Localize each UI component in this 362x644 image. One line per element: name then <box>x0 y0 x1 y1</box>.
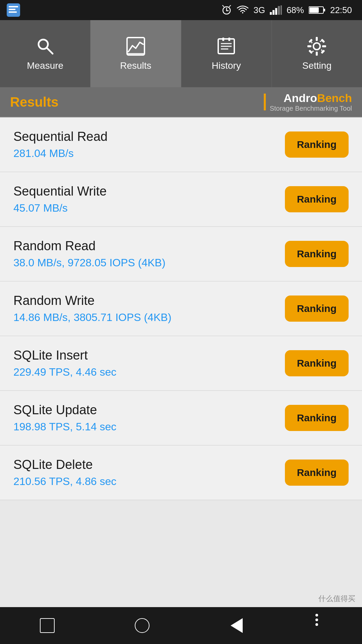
svg-rect-2 <box>9 9 15 10</box>
watermark: 什么值得买 <box>318 594 355 604</box>
bottom-nav <box>0 607 362 644</box>
svg-line-8 <box>229 5 231 7</box>
tab-measure-label: Measure <box>27 60 63 71</box>
brand-bar-decoration <box>264 94 266 110</box>
brand-bench: Bench <box>317 92 352 104</box>
nav-home-btn[interactable] <box>129 612 156 639</box>
svg-line-18 <box>47 48 53 54</box>
result-sqlite-update-name: SQLite Update <box>13 403 116 417</box>
result-sqlite-insert-value: 229.49 TPS, 4.46 sec <box>13 366 116 378</box>
tab-history[interactable]: History <box>181 20 272 87</box>
svg-rect-13 <box>281 5 282 15</box>
results-page-title: Results <box>10 95 59 110</box>
history-icon <box>216 36 236 56</box>
app-icon <box>7 3 20 18</box>
menu-dots[interactable] <box>315 614 318 626</box>
svg-rect-10 <box>273 10 275 15</box>
svg-rect-30 <box>316 52 318 56</box>
svg-rect-15 <box>323 9 325 11</box>
result-sqlite-update: SQLite Update 198.98 TPS, 5.14 sec Ranki… <box>0 391 362 445</box>
tab-setting-label: Setting <box>302 60 331 71</box>
alarm-icon <box>221 5 232 15</box>
result-seq-write-name: Sequential Write <box>13 184 107 199</box>
result-rand-read-value: 38.0 MB/s, 9728.05 IOPS (4KB) <box>13 257 166 269</box>
result-seq-read-info: Sequential Read 281.04 MB/s <box>13 129 108 160</box>
time: 22:50 <box>330 5 352 15</box>
nav-back-btn[interactable] <box>223 612 250 639</box>
menu-dot-2 <box>315 619 318 621</box>
result-rand-write: Random Write 14.86 MB/s, 3805.71 IOPS (4… <box>0 281 362 336</box>
ranking-btn-seq-write[interactable]: Ranking <box>285 186 349 212</box>
result-rand-write-name: Random Write <box>13 293 171 308</box>
menu-dot-3 <box>315 623 318 626</box>
result-seq-write-value: 45.07 MB/s <box>13 202 107 214</box>
result-rand-read-info: Random Read 38.0 MB/s, 9728.05 IOPS (4KB… <box>13 239 166 269</box>
result-seq-write: Sequential Write 45.07 MB/s Ranking <box>0 172 362 227</box>
result-sqlite-update-value: 198.98 TPS, 5.14 sec <box>13 421 116 433</box>
svg-rect-1 <box>9 6 18 7</box>
result-sqlite-insert-name: SQLite Insert <box>13 348 116 363</box>
result-sqlite-delete-name: SQLite Delete <box>13 458 116 472</box>
menu-dot-1 <box>315 614 318 616</box>
ranking-btn-sqlite-update[interactable]: Ranking <box>285 405 349 431</box>
result-seq-read-name: Sequential Read <box>13 129 108 144</box>
network-type: 3G <box>253 5 265 15</box>
tab-results-label: Results <box>120 60 151 71</box>
result-rand-write-value: 14.86 MB/s, 3805.71 IOPS (4KB) <box>13 311 171 324</box>
svg-rect-32 <box>322 45 326 47</box>
ranking-btn-sqlite-delete[interactable]: Ranking <box>285 460 349 486</box>
result-sqlite-insert-info: SQLite Insert 229.49 TPS, 4.46 sec <box>13 348 116 378</box>
tab-measure[interactable]: Measure <box>0 20 90 87</box>
svg-rect-26 <box>228 38 230 41</box>
signal-icon <box>270 5 282 15</box>
nav-square-btn[interactable] <box>34 612 61 639</box>
nav-menu-area <box>318 614 328 637</box>
results-icon <box>126 36 146 56</box>
results-list: Sequential Read 281.04 MB/s Ranking Sequ… <box>0 117 362 500</box>
circle-icon <box>135 618 149 633</box>
ranking-btn-rand-read[interactable]: Ranking <box>285 241 349 267</box>
back-icon <box>231 618 243 633</box>
status-bar: 3G 68% 22:50 <box>0 0 362 20</box>
brand-subtitle: Storage Benchmarking Tool <box>270 105 352 112</box>
result-rand-write-info: Random Write 14.86 MB/s, 3805.71 IOPS (4… <box>13 293 171 324</box>
battery-level: 68% <box>287 5 304 15</box>
tab-results[interactable]: Results <box>90 20 181 87</box>
result-sqlite-insert: SQLite Insert 229.49 TPS, 4.46 sec Ranki… <box>0 336 362 391</box>
svg-rect-29 <box>316 37 318 41</box>
svg-line-7 <box>223 5 224 7</box>
ranking-btn-sqlite-insert[interactable]: Ranking <box>285 350 349 376</box>
result-sqlite-delete-info: SQLite Delete 210.56 TPS, 4.86 sec <box>13 458 116 488</box>
svg-rect-3 <box>9 11 17 13</box>
svg-rect-11 <box>275 8 277 15</box>
brand-andro: Andro <box>284 92 317 104</box>
square-icon <box>40 618 55 633</box>
svg-rect-31 <box>307 45 311 47</box>
brand-name: AndroBench <box>284 92 352 105</box>
svg-rect-19 <box>127 38 144 55</box>
result-rand-read: Random Read 38.0 MB/s, 9728.05 IOPS (4KB… <box>0 227 362 281</box>
svg-point-28 <box>313 43 320 50</box>
result-sqlite-delete-value: 210.56 TPS, 4.86 sec <box>13 475 116 488</box>
svg-rect-9 <box>270 12 272 15</box>
result-sqlite-update-info: SQLite Update 198.98 TPS, 5.14 sec <box>13 403 116 433</box>
wifi-icon <box>237 5 249 15</box>
result-sqlite-delete: SQLite Delete 210.56 TPS, 4.86 sec Ranki… <box>0 445 362 500</box>
svg-rect-16 <box>309 7 319 13</box>
brand-logo: AndroBench Storage Benchmarking Tool <box>264 92 352 112</box>
svg-rect-12 <box>278 6 280 15</box>
result-rand-read-name: Random Read <box>13 239 166 253</box>
tab-setting[interactable]: Setting <box>272 20 362 87</box>
result-seq-read: Sequential Read 281.04 MB/s Ranking <box>0 117 362 172</box>
nav-tabs: Measure Results History <box>0 20 362 87</box>
ranking-btn-seq-read[interactable]: Ranking <box>285 131 349 158</box>
gear-icon <box>307 36 327 56</box>
status-icons: 3G 68% 22:50 <box>221 5 352 15</box>
results-header: Results AndroBench Storage Benchmarking … <box>0 87 362 117</box>
search-icon <box>35 36 55 56</box>
ranking-btn-rand-write[interactable]: Ranking <box>285 296 349 322</box>
battery-icon <box>309 6 325 14</box>
svg-rect-25 <box>222 38 224 41</box>
result-seq-write-info: Sequential Write 45.07 MB/s <box>13 184 107 214</box>
tab-history-label: History <box>212 60 241 71</box>
